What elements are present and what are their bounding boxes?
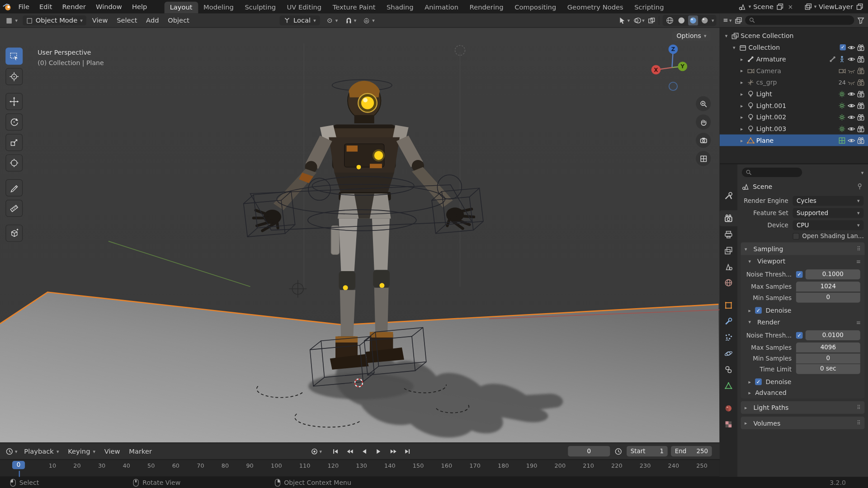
topbar-menu-item[interactable]: Help [127,0,152,13]
pan-hand-icon[interactable] [696,114,711,129]
tool-scale[interactable] [5,134,23,151]
tool-cursor[interactable] [5,68,23,85]
show-gizmos-icon[interactable] [618,16,626,24]
min-samples-field[interactable]: 0 [796,353,860,363]
expander-icon[interactable]: ▸ [738,91,745,96]
render-visibility-icon[interactable] [857,136,865,144]
options-button[interactable]: Options ▾ [672,31,711,41]
noise-threshold-checkbox[interactable]: ✓ [796,332,803,339]
outliner-row-plane[interactable]: ▸ Plane [720,135,868,146]
tab-object[interactable] [720,297,737,314]
workspace-tab[interactable]: Shading [381,2,419,14]
topbar-menu-item[interactable]: Edit [34,0,57,13]
tab-constraints[interactable] [720,361,737,378]
workspace-tab[interactable]: UV Editing [281,2,327,14]
expander-icon[interactable]: ▸ [738,126,745,131]
pin-icon[interactable] [856,183,863,190]
tab-output[interactable] [720,226,737,243]
workspace-tab[interactable]: Rendering [464,2,509,14]
expander-icon[interactable]: ▸ [738,103,745,108]
outliner-row-collection[interactable]: ▾ Collection ✓ [720,42,868,53]
overlays-icon[interactable] [633,16,641,24]
shading-material-icon[interactable] [689,15,698,25]
sampling-render-subheader[interactable]: ▾ Render ≡ [741,316,864,328]
expander-icon[interactable]: ▸ [738,80,745,85]
eye-icon[interactable] [848,90,855,98]
expander-icon[interactable]: ▾ [723,33,730,38]
max-samples-field[interactable]: 1024 [796,282,860,291]
scene-selector[interactable]: ▾ Scene [739,3,774,10]
shading-wireframe-icon[interactable] [665,15,675,25]
navigation-axis-gizmo[interactable]: Z X Y [649,42,698,95]
auto-keying-button[interactable]: ▾ [311,447,322,455]
render-engine-dropdown[interactable]: Cycles ▾ [793,196,863,206]
outliner-row-light-003[interactable]: ▸ Light.003 [720,123,868,135]
shading-rendered-icon[interactable] [700,15,710,25]
expander-icon[interactable]: ▸ [738,68,745,73]
floor-plane[interactable] [0,241,720,443]
snap-settings-dropdown[interactable]: ▾ [354,18,357,23]
playback-menu[interactable]: Playback▾ [20,447,64,455]
overlays-dropdown[interactable]: ▾ [642,18,645,23]
transform-orientation-dropdown[interactable]: Local ▾ [279,15,320,25]
mode-dropdown[interactable]: □ Object Mode ▾ [23,15,86,25]
render-denoise-subpanel[interactable]: ▸ ✓ Denoise [741,376,864,387]
toggle-xray-icon[interactable] [648,16,656,24]
render-visibility-icon[interactable] [857,67,865,75]
tool-annotate[interactable] [5,179,23,197]
device-dropdown[interactable]: CPU ▾ [793,220,863,230]
properties-search-input[interactable] [754,169,798,176]
outliner-row-scene-collection[interactable]: ▾ Scene Collection [720,30,868,42]
tab-texture[interactable] [720,416,737,432]
noise-threshold-checkbox[interactable]: ✓ [796,271,803,278]
outliner-row-light[interactable]: ▸ Light [720,88,868,100]
viewport-3d[interactable]: User Perspective (0) Collection | Plane … [0,28,720,442]
zoom-icon[interactable] [696,96,711,111]
workspace-tab[interactable]: Geometry Nodes [561,2,628,14]
proportional-editing-dropdown[interactable]: ◎ ▾ [360,15,379,25]
shading-dropdown[interactable]: ▾ [712,18,714,23]
display-mode-icon[interactable] [735,16,742,24]
current-frame-field[interactable]: 0 [568,446,610,456]
frame-start-field[interactable]: Start 1 [627,446,668,456]
play-reverse-button[interactable] [359,446,371,456]
panel-grip-icon[interactable]: ⠿ [857,404,861,410]
denoise-checkbox[interactable]: ✓ [755,307,762,314]
tab-tool[interactable] [720,188,737,204]
render-visibility-icon[interactable] [857,113,865,121]
blender-logo-icon[interactable] [0,0,13,13]
tab-modifiers[interactable] [720,313,737,329]
min-samples-field[interactable]: 0 [796,293,860,303]
noise-threshold-field[interactable]: 0.1000 [806,269,860,279]
tab-material[interactable] [720,400,737,416]
editor-type-button[interactable]: ▦ ▾ [2,15,22,25]
eye-icon[interactable] [848,136,855,144]
viewport-menu-item[interactable]: Object [163,16,193,24]
outliner-row-armature[interactable]: ▸ Armature [720,53,868,65]
render-visibility-icon[interactable] [857,90,865,98]
panel-grip-icon[interactable]: ⠿ [857,420,861,426]
prev-keyframe-button[interactable] [344,446,356,456]
outliner-search[interactable] [745,15,854,25]
render-visibility-icon[interactable] [857,125,865,132]
snap-magnet-icon[interactable] [345,16,353,24]
outliner-row-light-001[interactable]: ▸ Light.001 [720,99,868,111]
new-scene-icon[interactable] [776,3,784,10]
topbar-menu-item[interactable]: Render [57,0,91,13]
new-viewlayer-icon[interactable] [856,3,863,10]
expander-icon[interactable]: ▸ [738,137,745,143]
playhead[interactable]: 0 [12,461,25,469]
viewport-denoise-subpanel[interactable]: ▸ ✓ Denoise [741,305,864,316]
tab-scene[interactable] [720,258,737,275]
render-visibility-icon[interactable] [857,43,865,51]
outliner-row-cs-grp[interactable]: ▸ cs_grp 24 [720,76,868,88]
workspace-tab[interactable]: Animation [419,2,464,14]
tab-view-layer[interactable] [720,242,737,258]
workspace-tab[interactable]: Layout [164,2,198,14]
view-menu[interactable]: View [100,447,124,455]
feature-set-dropdown[interactable]: Supported ▾ [793,208,863,218]
time-limit-field[interactable]: 0 sec [796,364,860,374]
tab-world[interactable] [720,274,737,291]
topbar-menu-item[interactable]: File [13,0,34,13]
pivot-point-dropdown[interactable]: ⊙ ▾ [323,15,342,25]
